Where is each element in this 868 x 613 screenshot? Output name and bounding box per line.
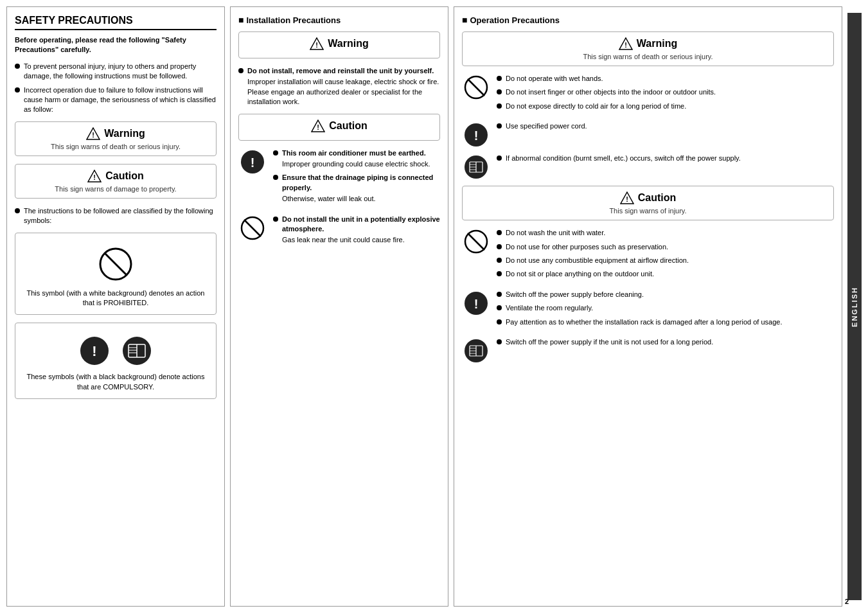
triangle-caution-icon-right: !	[620, 191, 634, 204]
right-warning-row-2: ! Use specified power cord.	[462, 121, 834, 147]
middle-warning-title: ! Warning	[247, 37, 432, 50]
caution-subtitle: This sign warns of damage to property.	[23, 185, 208, 193]
list-item: Pay attention as to whether the installa…	[497, 317, 834, 327]
warning-title: ! Warning	[23, 127, 208, 140]
bullet-icon	[497, 244, 502, 249]
list-item: Do not insert finger or other objects in…	[497, 87, 834, 97]
svg-text:!: !	[92, 343, 96, 359]
right-warning-subtitle: This sign warns of death or serious inju…	[470, 53, 826, 60]
exclamation-circle-icon: !	[240, 150, 265, 174]
list-item: This room air conditioner must be earthe…	[273, 148, 440, 170]
icon-cell	[462, 155, 490, 179]
bullet-icon	[497, 271, 502, 276]
list-item: Ensure that the drainage piping is conne…	[273, 173, 440, 204]
icon-cell	[462, 229, 490, 254]
list-item: Do not expose directly to cold air for a…	[497, 102, 834, 111]
text-cell: Do not install the unit in a potentially…	[273, 215, 440, 249]
text-cell: Switch off the power supply if the unit …	[497, 337, 834, 351]
right-warning-box: ! Warning This sign warns of death or se…	[462, 31, 834, 66]
list-item: Do not wash the unit with water.	[497, 228, 834, 238]
right-caution-row-2: ! Switch off the power supply before cle…	[462, 290, 834, 331]
svg-text:!: !	[317, 123, 319, 131]
bullet-icon	[497, 305, 502, 310]
bullet-icon	[15, 208, 20, 213]
right-warning-row-1: Do not operate with wet hands. Do not in…	[462, 74, 834, 115]
svg-text:!: !	[474, 297, 479, 311]
svg-line-21	[244, 220, 261, 236]
language-side-tab: ENGLISH	[847, 13, 862, 600]
bullet-icon	[497, 89, 502, 94]
list-item: Do not operate with wet hands.	[497, 74, 834, 84]
svg-line-25	[468, 79, 484, 96]
bullet-icon	[497, 339, 502, 344]
right-caution-row-3: Switch off the power supply if the unit …	[462, 337, 834, 363]
text-cell: Do not wash the unit with water. Do not …	[497, 228, 834, 283]
middle-warning-list: Do not install, remove and reinstall the…	[238, 66, 440, 107]
intro-text: Before operating, please read the follow…	[15, 35, 217, 55]
compulsory-symbol-desc: These symbols (with a black background) …	[22, 372, 209, 392]
triangle-warning-icon-mid: !	[310, 37, 324, 50]
triangle-caution-icon: !	[87, 170, 102, 182]
middle-column: ■ Installation Precautions ! Warning Do …	[230, 6, 448, 607]
text-cell: If abnormal condition (burnt smell, etc.…	[497, 154, 834, 167]
middle-caution-title: ! Caution	[247, 120, 432, 132]
bullet-icon	[15, 64, 20, 69]
icon-cell	[462, 339, 490, 363]
exclamation-compulsory-icon: !	[80, 336, 109, 366]
prohibited-icon	[98, 246, 134, 282]
bullet-icon	[497, 292, 502, 297]
caution-row-explosive: Do not install the unit in a potentially…	[238, 215, 440, 249]
icon-cell: !	[462, 123, 490, 147]
language-label: ENGLISH	[851, 287, 858, 327]
text-cell: Use specified power cord.	[497, 121, 834, 135]
icon-cell	[238, 216, 267, 240]
middle-caution-box: ! Caution	[238, 114, 440, 141]
icon-cell: !	[462, 291, 490, 315]
bullet-icon	[497, 319, 502, 324]
bullet-icon	[273, 175, 278, 180]
intro-bullets: To prevent personal injury, injury to ot…	[15, 62, 217, 115]
list-item: Do not use any combustible equipment at …	[497, 256, 834, 265]
bullet-icon	[497, 76, 502, 81]
bullet-icon	[497, 230, 502, 235]
right-header: ■ Operation Precautions	[462, 15, 834, 25]
bullet-icon	[497, 155, 502, 161]
text-cell: Switch off the power supply before clean…	[497, 290, 834, 331]
caution-box: ! Caution This sign warns of damage to p…	[15, 164, 217, 199]
triangle-warning-icon: !	[86, 127, 100, 140]
compulsory-icon-row: !	[22, 336, 209, 366]
prohibited-icon-mid	[240, 216, 265, 240]
right-caution-subtitle: This sign warns of injury.	[470, 207, 826, 215]
list-item: Do not install, remove and reinstall the…	[238, 66, 440, 107]
exclamation-icon-right-c2: !	[464, 291, 488, 315]
list-item: Do not sit or place anything on the outd…	[497, 269, 834, 279]
list-item: If abnormal condition (burnt smell, etc.…	[497, 154, 834, 163]
right-caution-row-1: Do not wash the unit with water. Do not …	[462, 228, 834, 283]
prohibited-icon-right-w1	[464, 75, 488, 100]
manual-icon-right-w3	[464, 155, 488, 179]
right-caution-box: ! Caution This sign warns of injury.	[462, 186, 834, 220]
text-cell: Do not operate with wet hands. Do not in…	[497, 74, 834, 115]
svg-text:!: !	[315, 41, 318, 49]
manual-icon-right-c3	[464, 339, 488, 363]
svg-text:!: !	[251, 155, 255, 170]
svg-text:!: !	[92, 131, 94, 139]
svg-text:!: !	[624, 41, 627, 49]
square-bullet-icon-right: ■	[462, 15, 467, 25]
list-item: Switch off the power supply before clean…	[497, 290, 834, 299]
right-column: ■ Operation Precautions ! Warning This s…	[454, 6, 842, 607]
middle-warning-box: ! Warning	[238, 31, 440, 58]
text-cell: This room air conditioner must be earthe…	[273, 148, 440, 208]
prohibited-symbol-box: This symbol (with a white background) de…	[15, 233, 217, 315]
list-item: Do not install the unit in a potentially…	[273, 215, 440, 245]
exclamation-icon-right-w2: !	[464, 123, 488, 147]
list-item: Do not use for other purposes such as pr…	[497, 242, 834, 252]
bullet-icon	[497, 123, 502, 129]
list-item: Ventilate the room regularly.	[497, 303, 834, 313]
prohibited-icon-right-c1	[464, 229, 488, 254]
left-column: SAFETY PRECAUTIONS Before operating, ple…	[6, 6, 225, 607]
triangle-caution-icon-mid: !	[311, 120, 325, 132]
warning-subtitle: This sign warns of death or serious inju…	[23, 143, 208, 150]
prohibited-symbol-desc: This symbol (with a white background) de…	[22, 289, 209, 308]
right-warning-title: ! Warning	[470, 37, 826, 50]
